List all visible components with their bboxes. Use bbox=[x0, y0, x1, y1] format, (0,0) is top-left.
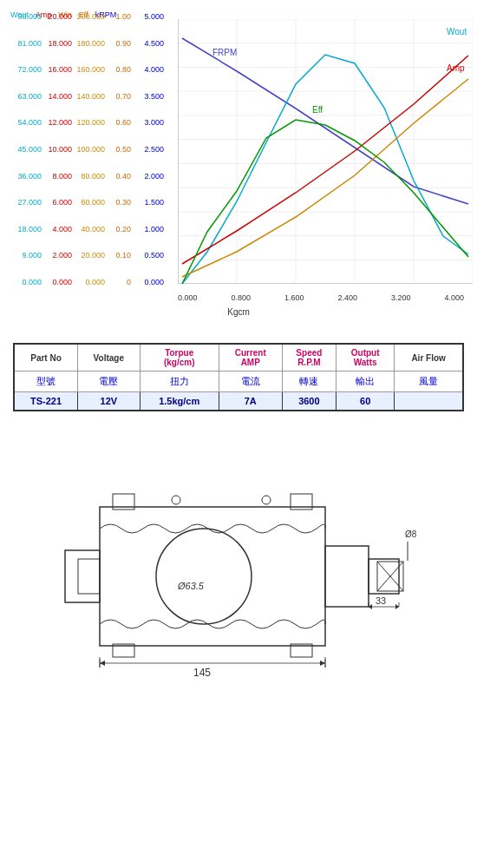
x-axis-title: Kgcm bbox=[227, 307, 250, 317]
svg-marker-42 bbox=[100, 661, 105, 666]
dim-33-label: 33 bbox=[376, 595, 386, 606]
x-label-0: 0.000 bbox=[178, 293, 198, 302]
td-cn-partno: 型號 bbox=[14, 372, 78, 392]
td-cn-torque: 扭力 bbox=[140, 372, 219, 392]
chart-section: Wout Amp Win Eff kRPM 90.000 81.000 72.0… bbox=[0, 0, 477, 326]
x-label-4: 3.200 bbox=[391, 293, 411, 302]
svg-rect-18 bbox=[100, 507, 325, 646]
x-label-1: 0.800 bbox=[231, 293, 251, 302]
th-voltage: Voltage bbox=[78, 344, 140, 372]
table-header-row: Part No Voltage Torpue(kg/cm) CurrentAMP… bbox=[14, 344, 463, 372]
svg-point-29 bbox=[156, 529, 252, 624]
td-output: 60 bbox=[337, 392, 395, 411]
td-cn-voltage: 電壓 bbox=[78, 372, 140, 392]
chart-svg: Wout Amp Eff FRPM bbox=[178, 19, 473, 284]
amp-axis: 20.000 18.000 16.000 14.000 12.000 10.00… bbox=[42, 13, 72, 286]
td-cn-speed: 轉速 bbox=[282, 372, 336, 392]
td-current: 7A bbox=[219, 392, 282, 411]
table-data-row: TS-221 12V 1.5kg/cm 7A 3600 60 bbox=[14, 392, 463, 411]
td-cn-output: 輸出 bbox=[337, 372, 395, 392]
wout-curve bbox=[182, 55, 468, 284]
svg-marker-43 bbox=[320, 661, 325, 666]
table-chinese-row: 型號 電壓 扭力 電流 轉速 輸出 風量 bbox=[14, 372, 463, 392]
th-output: OutputWatts bbox=[337, 344, 395, 372]
td-airflow bbox=[395, 392, 463, 411]
krpm-curve bbox=[182, 38, 468, 204]
left-axis: 90.000 81.000 72.000 63.000 54.000 45.00… bbox=[9, 13, 178, 286]
dim-63-label: Ø63.5 bbox=[177, 581, 205, 591]
svg-point-25 bbox=[172, 496, 180, 504]
spec-table: Part No Voltage Torpue(kg/cm) CurrentAMP… bbox=[13, 343, 464, 411]
th-airflow: Air Flow bbox=[395, 344, 463, 372]
win-curve bbox=[182, 79, 468, 277]
svg-rect-21 bbox=[325, 546, 369, 607]
dim-145-label: 145 bbox=[193, 667, 211, 679]
x-label-3: 2.400 bbox=[337, 293, 357, 302]
td-torque: 1.5kg/cm bbox=[140, 392, 219, 411]
th-speed: SpeedR.P.M bbox=[282, 344, 336, 372]
svg-rect-19 bbox=[65, 550, 100, 602]
x-label-5: 4.000 bbox=[444, 293, 464, 302]
svg-rect-22 bbox=[369, 559, 399, 594]
win-axis: 200.000 180.000 160.000 140.000 120.000 … bbox=[72, 13, 105, 286]
amp-curve bbox=[182, 56, 468, 264]
mechanical-drawing: Ø63.5 Ø8 33 145 bbox=[30, 455, 447, 681]
wout-axis: 90.000 81.000 72.000 63.000 54.000 45.00… bbox=[9, 13, 42, 286]
krpm-axis: 5.000 4.500 4.000 3.500 3.000 2.500 2.00… bbox=[131, 13, 164, 286]
eff-curve-label: Eff bbox=[312, 105, 323, 115]
td-speed: 3600 bbox=[282, 392, 336, 411]
td-part-no: TS-221 bbox=[14, 392, 78, 411]
chart-container: Wout Amp Win Eff kRPM 90.000 81.000 72.0… bbox=[9, 9, 468, 321]
table-section: Part No Voltage Torpue(kg/cm) CurrentAMP… bbox=[0, 334, 477, 420]
th-part-no: Part No bbox=[14, 344, 78, 372]
eff-axis: 1.00 0.90 0.80 0.70 0.60 0.50 0.40 0.30 … bbox=[105, 13, 131, 286]
svg-point-26 bbox=[262, 496, 271, 504]
td-cn-current: 電流 bbox=[219, 372, 282, 392]
td-cn-airflow: 風量 bbox=[395, 372, 463, 392]
drawing-section: Ø63.5 Ø8 33 145 bbox=[0, 437, 477, 698]
x-axis-labels: 0.000 0.800 1.600 2.400 3.200 4.000 bbox=[178, 293, 464, 302]
x-label-2: 1.600 bbox=[284, 293, 304, 302]
amp-curve-label: Amp bbox=[447, 63, 465, 73]
svg-rect-20 bbox=[78, 559, 100, 594]
svg-marker-38 bbox=[395, 604, 399, 609]
th-torque: Torpue(kg/cm) bbox=[140, 344, 219, 372]
wout-curve-label: Wout bbox=[447, 27, 467, 36]
dim-8-label: Ø8 bbox=[405, 529, 417, 539]
rpm-curve-label: FRPM bbox=[212, 48, 237, 57]
td-voltage: 12V bbox=[78, 392, 140, 411]
th-current: CurrentAMP bbox=[219, 344, 282, 372]
